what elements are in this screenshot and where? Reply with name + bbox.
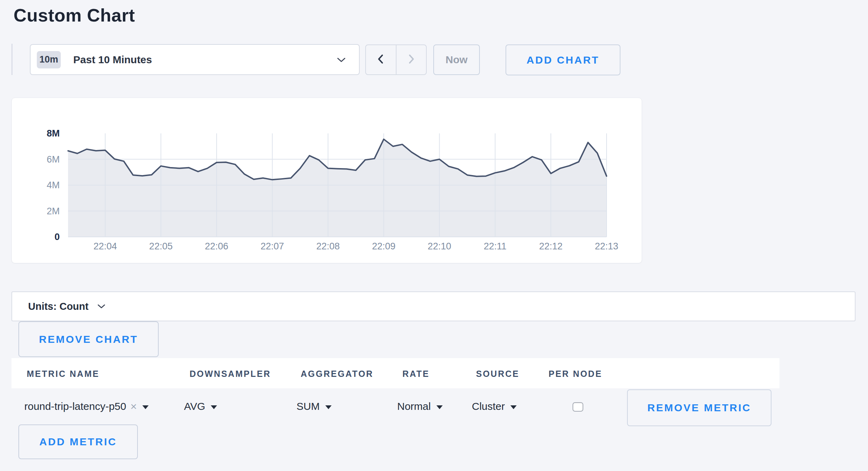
svg-text:22:13: 22:13 <box>595 241 618 251</box>
downsampler-value: AVG <box>184 400 205 412</box>
chevron-left-icon <box>376 54 386 66</box>
now-button[interactable]: Now <box>433 44 480 75</box>
toolbar-divider <box>11 44 12 75</box>
svg-text:22:07: 22:07 <box>261 241 284 251</box>
svg-text:22:09: 22:09 <box>372 241 395 251</box>
clear-metric-x-icon[interactable]: × <box>130 400 137 413</box>
svg-text:4M: 4M <box>47 180 60 190</box>
metric-name-value: round-trip-latency-p50 <box>24 400 126 412</box>
col-metric-name: METRIC NAME <box>27 369 99 379</box>
custom-chart-page: Custom Chart 10m Past 10 Minutes Now ADD… <box>0 0 868 471</box>
svg-text:0: 0 <box>55 232 60 242</box>
next-time-button[interactable] <box>397 45 426 74</box>
rate-select[interactable]: Normal <box>397 388 443 424</box>
time-window-select[interactable]: 10m Past 10 Minutes <box>30 44 360 75</box>
prev-time-button[interactable] <box>366 45 397 74</box>
now-button-label: Now <box>445 54 467 66</box>
metric-name-select[interactable]: round-trip-latency-p50 × <box>24 388 149 424</box>
col-downsampler: DOWNSAMPLER <box>190 369 271 379</box>
add-metric-button[interactable]: ADD METRIC <box>18 424 138 459</box>
rate-value: Normal <box>397 400 431 412</box>
downsampler-select[interactable]: AVG <box>184 388 217 424</box>
dropdown-caret-icon <box>142 405 149 409</box>
svg-text:22:05: 22:05 <box>149 241 173 251</box>
remove-chart-label: REMOVE CHART <box>39 333 138 345</box>
svg-text:22:11: 22:11 <box>484 241 507 251</box>
col-rate: RATE <box>402 369 429 379</box>
aggregator-value: SUM <box>297 400 320 412</box>
chevron-right-icon <box>406 54 416 66</box>
dropdown-caret-icon <box>510 405 517 409</box>
col-source: SOURCE <box>476 369 519 379</box>
col-per-node: PER NODE <box>549 369 602 379</box>
time-window-badge: 10m <box>37 51 61 68</box>
add-chart-button[interactable]: ADD CHART <box>506 44 620 75</box>
remove-metric-button[interactable]: REMOVE METRIC <box>627 389 771 426</box>
time-step-arrows <box>365 44 427 75</box>
chart-area-fill <box>68 139 607 237</box>
col-aggregator: AGGREGATOR <box>301 369 374 379</box>
dropdown-caret-icon <box>436 405 443 409</box>
per-node-checkbox[interactable] <box>573 402 583 412</box>
metrics-table-header: METRIC NAME DOWNSAMPLER AGGREGATOR RATE … <box>11 358 779 388</box>
dropdown-caret-icon <box>211 405 217 409</box>
chevron-down-icon <box>98 304 105 310</box>
svg-text:22:06: 22:06 <box>205 241 228 251</box>
svg-text:6M: 6M <box>47 154 60 165</box>
svg-text:22:08: 22:08 <box>316 241 340 251</box>
dropdown-caret-icon <box>325 405 332 409</box>
svg-text:22:10: 22:10 <box>428 241 451 251</box>
units-label: Units: Count <box>28 301 89 312</box>
svg-text:22:04: 22:04 <box>93 241 117 251</box>
add-metric-label: ADD METRIC <box>39 436 117 448</box>
svg-text:8M: 8M <box>47 128 60 139</box>
chevron-down-icon <box>337 57 346 64</box>
time-window-label: Past 10 Minutes <box>73 54 152 66</box>
chart-card: 22:0422:0522:0622:0722:0822:0922:1022:11… <box>11 98 642 263</box>
add-chart-label: ADD CHART <box>527 54 600 66</box>
units-select[interactable]: Units: Count <box>11 291 856 321</box>
source-value: Cluster <box>472 400 505 412</box>
remove-chart-button[interactable]: REMOVE CHART <box>18 321 159 357</box>
svg-text:2M: 2M <box>47 206 60 216</box>
metrics-area-chart: 22:0422:0522:0622:0722:0822:0922:1022:11… <box>12 98 642 263</box>
source-select[interactable]: Cluster <box>472 388 517 424</box>
aggregator-select[interactable]: SUM <box>297 388 332 424</box>
svg-text:22:12: 22:12 <box>539 241 563 251</box>
page-title: Custom Chart <box>14 5 135 26</box>
remove-metric-label: REMOVE METRIC <box>648 402 751 414</box>
